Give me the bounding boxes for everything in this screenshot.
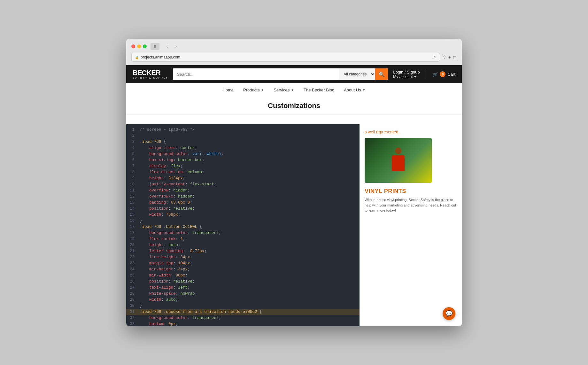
code-line-18: 18 background-color: transparent;	[126, 230, 360, 236]
minimize-button[interactable]	[137, 44, 141, 48]
code-line-24: 24 min-height: 34px;	[126, 267, 360, 273]
code-line-7: 7 display: flex;	[126, 163, 360, 169]
code-line-13: 13 padding: 63.6px 0;	[126, 200, 360, 206]
logo-main: BECKER	[133, 69, 168, 76]
chat-button[interactable]: 💬	[443, 307, 455, 320]
store-nav: Home Products ▼ Services ▼ The Becker Bl…	[126, 83, 462, 97]
code-line-16: 16 }	[126, 218, 360, 224]
browser-window: ▯ ‹ › 🔒 projects.animaapp.com ↻ ⇧ + ◻ BE…	[126, 39, 462, 326]
lock-icon: 🔒	[135, 56, 139, 59]
code-line-4: 4 align-items: center;	[126, 145, 360, 151]
url-text: projects.animaapp.com	[141, 55, 180, 59]
right-panel: s well represented. VINYL PRINTS With in…	[360, 124, 462, 326]
code-line-29: 29 width: auto;	[126, 297, 360, 303]
vinyl-desc: With in-house vinyl printing, Becker Saf…	[365, 197, 457, 213]
nav-item-about[interactable]: About Us ▼	[344, 86, 365, 94]
chevron-down-icon: ▼	[291, 88, 294, 92]
tab-switcher-button[interactable]: ▯	[151, 43, 159, 50]
website-content: BECKER SAFETY & SUPPLY All categories 🔍 …	[126, 65, 462, 326]
more-icon[interactable]: ◻	[453, 55, 457, 60]
code-lines: 1 /* screen - ipad-768 */ 2 3 .ipad-768 …	[126, 124, 360, 326]
code-line-14: 14 position: relative;	[126, 206, 360, 212]
code-line-33: 33 bottom: 0px;	[126, 321, 360, 326]
code-line-22: 22 line-height: 34px;	[126, 254, 360, 260]
login-link[interactable]: Login / Signup	[393, 70, 420, 74]
browser-right-controls: ⇧ + ◻	[443, 55, 457, 60]
logo-sub: SAFETY & SUPPLY	[133, 76, 168, 79]
chevron-down-icon: ▾	[414, 74, 416, 79]
code-line-23: 23 margin-top: 104px;	[126, 260, 360, 267]
back-button[interactable]: ‹	[163, 43, 171, 50]
traffic-lights	[131, 44, 147, 48]
code-line-17: 17 .ipad-768 .button-C61RwL {	[126, 224, 360, 230]
person-body	[392, 155, 405, 171]
search-input[interactable]	[173, 68, 339, 80]
code-editor[interactable]: 1 /* screen - ipad-768 */ 2 3 .ipad-768 …	[126, 124, 360, 326]
header-divider	[426, 69, 426, 79]
code-line-27: 27 text-align: left;	[126, 285, 360, 291]
browser-titlebar: ▯ ‹ ›	[126, 39, 462, 53]
close-button[interactable]	[131, 44, 135, 48]
code-line-5: 5 background-color: var(--white);	[126, 151, 360, 157]
cart-icon: 🛒	[433, 72, 438, 77]
forward-button[interactable]: ›	[172, 43, 180, 50]
code-line-6: 6 box-sizing: border-box;	[126, 157, 360, 163]
code-line-9: 9 height: 3134px;	[126, 175, 360, 182]
cart-button[interactable]: 🛒 0 Cart	[433, 71, 455, 77]
nav-item-blog[interactable]: The Becker Blog	[304, 86, 334, 94]
nav-item-products[interactable]: Products ▼	[243, 86, 264, 94]
panel-image	[365, 138, 432, 183]
code-line-2: 2	[126, 133, 360, 139]
code-line-20: 20 height: auto;	[126, 242, 360, 248]
chat-icon: 💬	[445, 310, 453, 317]
code-line-3: 3 .ipad-768 {	[126, 139, 360, 145]
chevron-down-icon: ▼	[261, 88, 264, 92]
search-bar: All categories 🔍	[173, 68, 388, 80]
address-bar-row: 🔒 projects.animaapp.com ↻ ⇧ + ◻	[126, 53, 462, 65]
code-line-25: 25 min-width: 96px;	[126, 273, 360, 279]
code-line-8: 8 flex-direction: column;	[126, 169, 360, 175]
my-account-link[interactable]: My account ▾	[393, 74, 420, 79]
code-line-28: 28 white-space: nowrap;	[126, 291, 360, 297]
code-line-26: 26 position: relative;	[126, 279, 360, 285]
maximize-button[interactable]	[143, 44, 147, 48]
code-line-32: 32 background-color: transparent;	[126, 315, 360, 321]
address-bar[interactable]: 🔒 projects.animaapp.com ↻	[131, 53, 440, 62]
person-illustration	[389, 148, 408, 173]
account-info: Login / Signup My account ▾	[393, 70, 420, 79]
nav-item-services[interactable]: Services ▼	[274, 86, 294, 94]
vinyl-title: VINYL PRINTS	[365, 188, 457, 195]
header-right: Login / Signup My account ▾ 🛒 0 Cart	[393, 69, 455, 79]
code-line-10: 10 justify-content: flex-start;	[126, 182, 360, 188]
browser-chrome: ▯ ‹ › 🔒 projects.animaapp.com ↻ ⇧ + ◻	[126, 39, 462, 65]
share-icon[interactable]: ⇧	[443, 55, 446, 60]
store-logo: BECKER SAFETY & SUPPLY	[133, 69, 168, 79]
browser-nav: ‹ ›	[163, 43, 180, 50]
chevron-down-icon: ▼	[362, 88, 366, 92]
person-head	[395, 148, 401, 154]
add-bookmark-icon[interactable]: +	[448, 55, 451, 60]
cart-label: Cart	[447, 72, 455, 77]
code-line-21: 21 letter-spacing: -0.72px;	[126, 248, 360, 254]
page-title: Customizations	[133, 102, 455, 110]
code-line-15: 15 width: 768px;	[126, 212, 360, 218]
reload-icon[interactable]: ↻	[433, 55, 437, 59]
category-select[interactable]: All categories	[339, 68, 375, 80]
search-button[interactable]: 🔍	[375, 68, 388, 80]
cart-badge: 0	[440, 71, 445, 77]
code-line-11: 11 overflow: hidden;	[126, 188, 360, 194]
code-line-1: 1 /* screen - ipad-768 */	[126, 127, 360, 133]
panel-image-inner	[365, 138, 432, 183]
panel-teaser-text: s well represented.	[365, 129, 457, 134]
page-title-bar: Customizations	[126, 97, 462, 115]
code-line-19: 19 flex-shrink: 1;	[126, 236, 360, 242]
store-header: BECKER SAFETY & SUPPLY All categories 🔍 …	[126, 65, 462, 83]
code-line-31: 31 .ipad-768 .choose-from-a-l-omization-…	[126, 309, 360, 315]
code-line-30: 30 }	[126, 303, 360, 309]
code-line-12: 12 overflow-x: hidden;	[126, 194, 360, 200]
nav-item-home[interactable]: Home	[222, 86, 234, 94]
